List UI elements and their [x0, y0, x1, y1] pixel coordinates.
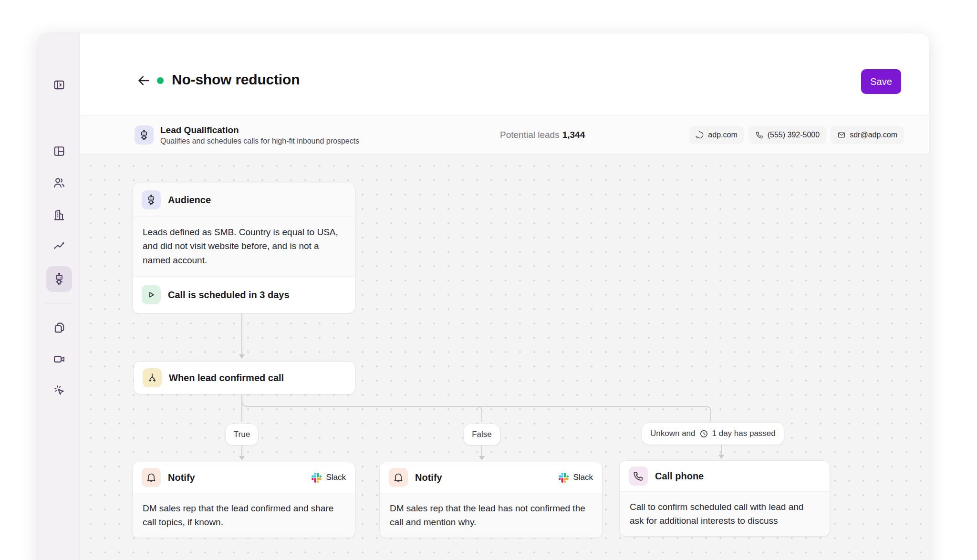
main-area: No-show reduction Save Lead Qualif: [80, 33, 929, 560]
audience-node[interactable]: Audience Leads defined as SMB. Country i…: [132, 183, 355, 313]
domain-badge-label: adp.com: [708, 131, 737, 139]
save-button[interactable]: Save: [861, 69, 901, 94]
phone-badge[interactable]: (555) 392-5000: [748, 126, 826, 144]
integration-label: Slack: [573, 473, 593, 482]
layout-columns-icon[interactable]: [46, 138, 72, 164]
notify-description: DM sales rep that the lead confirmed and…: [133, 493, 355, 538]
status-dot: [157, 77, 164, 84]
email-badge[interactable]: sdr@adp.com: [831, 126, 904, 144]
branch-true-label: True: [234, 430, 250, 439]
notify-description: DM sales rep that the lead has not confi…: [380, 493, 602, 538]
call-phone-node[interactable]: Call phone Call to confirm scheduled cal…: [619, 460, 830, 537]
envelope-icon: [837, 131, 846, 139]
contact-badges: adp.com (555) 392-5000 sdr@adp.com: [689, 126, 904, 144]
play-icon: [142, 285, 161, 304]
branch-unknown-pill[interactable]: Unkown and 1 day has passed: [642, 422, 784, 445]
page-title: No-show reduction: [172, 72, 300, 88]
back-arrow-icon[interactable]: [136, 73, 151, 88]
phone-icon: [755, 131, 764, 139]
agent-bar: Lead Qualification Qualifies and schedul…: [80, 115, 929, 155]
domain-badge[interactable]: adp.com: [689, 126, 744, 144]
condition-title: When lead confirmed call: [169, 373, 284, 384]
potential-leads: Potential leads1,344: [500, 130, 585, 140]
phone-icon: [629, 467, 648, 486]
bell-icon: [389, 468, 408, 487]
workflow-canvas: Audience Leads defined as SMB. Country i…: [80, 155, 929, 560]
email-badge-label: sdr@adp.com: [850, 131, 897, 139]
condition-node[interactable]: When lead confirmed call: [134, 361, 355, 394]
audience-trigger: Call is scheduled in 3 days: [133, 276, 355, 313]
building-icon[interactable]: [46, 202, 72, 228]
branch-unknown-suffix: 1 day has passed: [712, 429, 776, 438]
branch-false-label: False: [472, 430, 492, 439]
slack-integration: Slack: [312, 473, 346, 483]
chat-bubble-icon: [696, 131, 704, 139]
audience-definition: Leads defined as SMB. Country is equal t…: [133, 217, 355, 276]
call-phone-title: Call phone: [655, 471, 704, 482]
phone-badge-label: (555) 392-5000: [768, 131, 820, 139]
bell-icon: [142, 468, 161, 487]
panel-toggle-icon[interactable]: [46, 72, 72, 98]
robot-icon[interactable]: [46, 266, 72, 292]
slack-logo-icon: [559, 473, 569, 483]
branch-true-pill[interactable]: True: [225, 424, 259, 446]
agent-summary: Lead Qualification Qualifies and schedul…: [135, 125, 359, 145]
robot-icon: [142, 190, 161, 209]
trigger-label: Call is scheduled in 3 days: [168, 290, 290, 301]
potential-leads-value: 1,344: [562, 130, 585, 140]
branch-split-icon: [143, 368, 162, 387]
robot-icon: [135, 125, 154, 145]
potential-leads-label: Potential leads: [500, 130, 560, 140]
clock-icon: [699, 429, 708, 438]
audience-title: Audience: [168, 195, 211, 206]
notify-title: Notify: [415, 472, 442, 483]
trend-line-icon[interactable]: [46, 233, 72, 259]
integration-label: Slack: [326, 473, 346, 482]
branch-false-pill[interactable]: False: [463, 424, 500, 446]
video-camera-icon[interactable]: [46, 346, 72, 372]
branch-unknown-prefix: Unkown and: [650, 429, 696, 438]
copy-icon[interactable]: [46, 315, 72, 341]
notify-node-true[interactable]: Notify Slack DM sales rep that the lead …: [132, 462, 355, 538]
call-phone-description: Call to confirm scheduled call with lead…: [620, 491, 830, 536]
sidebar-divider: [45, 303, 73, 303]
sidebar: [38, 33, 80, 560]
app-window: No-show reduction Save Lead Qualif: [38, 33, 929, 560]
top-bar: No-show reduction Save: [80, 33, 929, 115]
magic-cursor-icon[interactable]: [46, 377, 72, 403]
notify-node-false[interactable]: Notify Slack DM sales rep that the lead …: [379, 462, 603, 538]
agent-name: Lead Qualification: [160, 125, 359, 135]
notify-title: Notify: [168, 472, 195, 483]
users-icon[interactable]: [46, 170, 72, 196]
agent-description: Qualifies and schedules calls for high-f…: [160, 137, 359, 145]
slack-logo-icon: [312, 473, 322, 483]
slack-integration: Slack: [559, 473, 593, 483]
